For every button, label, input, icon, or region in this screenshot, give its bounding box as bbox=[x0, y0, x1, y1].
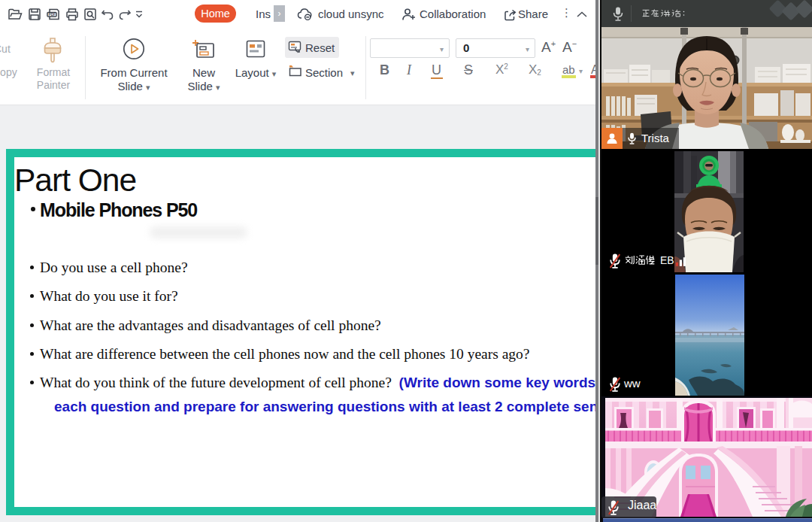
svg-text:PDF: PDF bbox=[49, 13, 56, 17]
